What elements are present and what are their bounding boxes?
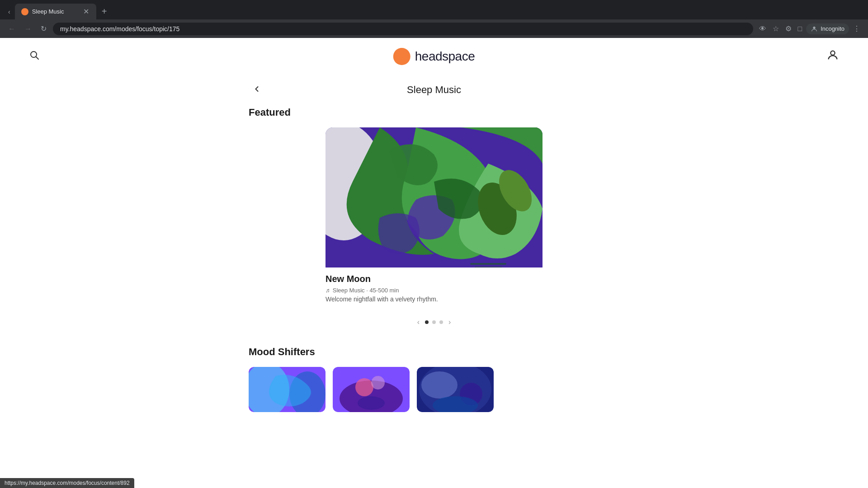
featured-card-title: New Moon <box>326 274 542 284</box>
mood-shifters-heading: Mood Shifters <box>249 346 619 358</box>
svg-point-17 <box>358 396 385 410</box>
incognito-label: Incognito <box>821 25 844 32</box>
incognito-icon <box>811 25 818 33</box>
svg-point-20 <box>421 371 458 399</box>
mood-card-image-2 <box>333 367 410 412</box>
carousel-dot-2[interactable] <box>432 320 436 324</box>
page-title: Sleep Music <box>407 84 461 96</box>
music-note-icon: ♬ <box>326 287 330 294</box>
tab-title: Sleep Music <box>32 8 79 15</box>
status-url: https://my.headspace.com/modes/focus/con… <box>5 480 130 486</box>
address-bar[interactable]: my.headspace.com/modes/focus/topic/175 <box>53 23 753 35</box>
featured-image <box>326 127 542 267</box>
carousel-prev-button[interactable]: ‹ <box>415 316 421 328</box>
profile-button[interactable] <box>825 47 841 66</box>
menu-button[interactable]: ⋮ <box>851 22 863 35</box>
featured-section: Featured <box>249 107 619 328</box>
back-button[interactable] <box>249 83 265 98</box>
mood-card-1[interactable] <box>249 367 326 412</box>
status-bar: https://my.headspace.com/modes/focus/con… <box>0 478 134 488</box>
page-content: headspace Sleep Music Featured <box>0 38 868 463</box>
tab-nav-back[interactable]: ‹ <box>5 6 13 17</box>
new-tab-button[interactable]: + <box>98 5 111 19</box>
mood-card-image-3 <box>417 367 494 412</box>
profile-icon <box>826 49 839 61</box>
back-arrow-icon <box>252 84 261 94</box>
mood-artwork-1 <box>249 367 326 412</box>
featured-meta: ♬ Sleep Music · 45-500 min <box>326 287 542 294</box>
mood-card-2[interactable] <box>333 367 410 412</box>
browser-chrome: ‹ Sleep Music ✕ + ← → ↻ my.headspace.com… <box>0 0 868 38</box>
featured-artwork <box>326 127 542 267</box>
carousel-controls: ‹ › <box>249 316 619 328</box>
browser-toolbar: ← → ↻ my.headspace.com/modes/focus/topic… <box>0 19 868 38</box>
logo-circle <box>393 48 410 65</box>
mood-artwork-2 <box>333 367 410 412</box>
incognito-badge: Incognito <box>806 23 849 34</box>
tab-close-button[interactable]: ✕ <box>82 7 90 16</box>
svg-rect-7 <box>475 267 502 267</box>
site-header: headspace <box>0 38 868 75</box>
featured-info: New Moon ♬ Sleep Music · 45-500 min Welc… <box>326 267 542 309</box>
featured-card[interactable]: New Moon ♬ Sleep Music · 45-500 min Welc… <box>326 127 542 309</box>
svg-point-0 <box>813 26 816 28</box>
toolbar-icons: 👁 ☆ ⚙ □ Incognito ⋮ <box>757 22 863 35</box>
mood-grid <box>249 367 619 412</box>
bookmark-icon-button[interactable]: ☆ <box>770 22 781 35</box>
browser-tab-active[interactable]: Sleep Music ✕ <box>15 4 96 19</box>
back-nav-button[interactable]: ← <box>5 23 18 35</box>
forward-nav-button[interactable]: → <box>22 23 34 35</box>
url-text: my.headspace.com/modes/focus/topic/175 <box>60 25 179 33</box>
mood-shifters-section: Mood Shifters <box>249 346 619 412</box>
reload-button[interactable]: ↻ <box>38 23 49 35</box>
browser-tab-bar: ‹ Sleep Music ✕ + <box>0 0 868 19</box>
extensions-icon-button[interactable]: ⚙ <box>783 22 794 35</box>
mood-card-image-1 <box>249 367 326 412</box>
mood-card-3[interactable] <box>417 367 494 412</box>
carousel-dot-1[interactable] <box>425 320 429 324</box>
svg-point-15 <box>355 378 373 396</box>
svg-point-3 <box>830 51 835 55</box>
search-icon <box>29 50 40 61</box>
logo-area[interactable]: headspace <box>393 48 475 65</box>
featured-meta-text: Sleep Music · 45-500 min <box>333 287 399 294</box>
mood-artwork-3 <box>417 367 494 412</box>
featured-heading: Featured <box>249 107 619 118</box>
logo-text: headspace <box>415 49 475 64</box>
eye-icon-button[interactable]: 👁 <box>757 23 769 35</box>
main-content: Sleep Music Featured <box>231 75 637 439</box>
tab-favicon <box>21 8 28 15</box>
carousel-next-button[interactable]: › <box>447 316 453 328</box>
svg-rect-6 <box>470 263 506 265</box>
split-view-button[interactable]: □ <box>796 23 805 35</box>
carousel-dot-3[interactable] <box>439 320 443 324</box>
svg-line-2 <box>36 57 39 60</box>
svg-point-16 <box>371 376 385 389</box>
page-nav: Sleep Music <box>249 84 619 96</box>
search-button[interactable] <box>27 48 42 65</box>
featured-description: Welcome nightfall with a velvety rhythm. <box>326 296 542 303</box>
